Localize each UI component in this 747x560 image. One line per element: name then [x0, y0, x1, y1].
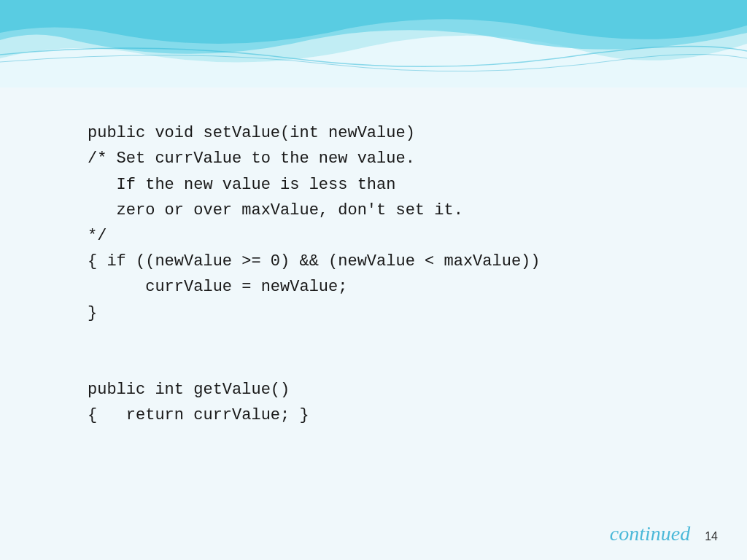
code-line-3: If the new value is less than [88, 176, 395, 194]
footer: continued 14 [610, 522, 718, 545]
code-line-8: } [88, 304, 97, 322]
code-line-2: /* Set currValue to the new value. [88, 149, 415, 168]
code-line-5: */ [88, 227, 107, 245]
code-line-1: public void setValue(int newValue) [88, 124, 415, 142]
wave-header [0, 0, 747, 88]
code-line-11: public int getValue() [88, 381, 290, 399]
code-line-12: { return currValue; } [88, 406, 309, 424]
code-block: public void setValue(int newValue) /* Se… [88, 95, 689, 454]
code-line-6: { if ((newValue >= 0) && (newValue < max… [88, 252, 541, 271]
code-content: public void setValue(int newValue) /* Se… [88, 95, 689, 502]
code-line-7: currValue = newValue; [88, 278, 347, 296]
page-number: 14 [705, 530, 718, 543]
continued-label: continued [610, 522, 690, 545]
code-line-4: zero or over maxValue, don't set it. [88, 201, 463, 219]
